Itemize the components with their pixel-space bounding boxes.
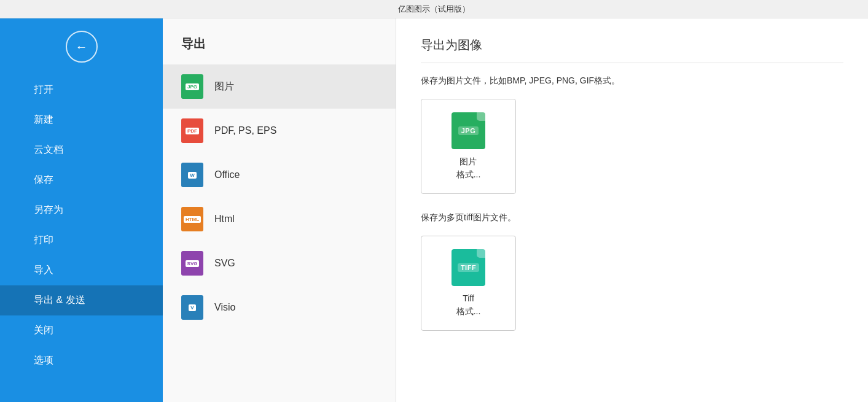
office-badge: W: [188, 172, 197, 179]
svg-badge: SVG: [186, 260, 200, 267]
export-menu-image-label: 图片: [214, 80, 234, 93]
export-menu-pdf[interactable]: PDF PDF, PS, EPS: [163, 109, 396, 153]
export-menu-office-label: Office: [214, 169, 240, 180]
jpg-large-badge: JPG: [458, 126, 479, 135]
visio-badge: V: [189, 304, 195, 311]
export-menu-html-label: Html: [214, 214, 235, 225]
visio-icon: V: [181, 295, 203, 320]
jpg-badge: JPG: [186, 83, 199, 90]
sidebar-item-print[interactable]: 打印: [0, 225, 163, 255]
html-icon: HTML: [181, 207, 203, 231]
export-menu-visio-label: Visio: [214, 302, 235, 313]
sidebar-item-saveas[interactable]: 另存为: [0, 195, 163, 225]
tiff-large-badge: TIFF: [458, 263, 479, 272]
sidebar-item-import[interactable]: 导入: [0, 255, 163, 285]
detail-panel: 导出为图像 保存为图片文件，比如BMP, JPEG, PNG, GIF格式。 J…: [396, 18, 868, 402]
detail-title: 导出为图像: [421, 37, 843, 63]
content-area: 导出 JPG 图片 PDF PDF, PS, EPS W: [163, 18, 868, 402]
sidebar-menu: 打开 新建 云文档 保存 另存为 打印 导入 导出 & 发送 关闭 选项: [0, 75, 163, 376]
sidebar: ← 打开 新建 云文档 保存 另存为 打印 导入 导出 & 发送 关闭 选项: [0, 18, 163, 402]
sidebar-item-cloud[interactable]: 云文档: [0, 135, 163, 165]
export-menu-visio[interactable]: V Visio: [163, 285, 396, 330]
jpg-format-card[interactable]: JPG 图片 格式...: [421, 99, 516, 194]
section2-desc: 保存为多页tiff图片文件。: [421, 212, 843, 223]
format-cards-section1: JPG 图片 格式...: [421, 99, 843, 194]
pdf-badge: PDF: [186, 128, 199, 134]
app-title: 亿图图示（试用版）: [398, 4, 470, 15]
sidebar-item-options[interactable]: 选项: [0, 346, 163, 376]
tiff-format-card[interactable]: TIFF Tiff 格式...: [421, 236, 516, 331]
sidebar-item-save[interactable]: 保存: [0, 165, 163, 195]
sidebar-item-new[interactable]: 新建: [0, 105, 163, 135]
export-menu-svg-label: SVG: [214, 258, 235, 269]
export-menu-html[interactable]: HTML Html: [163, 197, 396, 241]
export-panel-title: 导出: [163, 18, 396, 64]
svg-icon: SVG: [181, 251, 203, 276]
tiff-card-label: Tiff 格式...: [456, 292, 481, 318]
export-menu-image[interactable]: JPG 图片: [163, 64, 396, 109]
jpg-icon: JPG: [181, 74, 203, 99]
export-menu-office[interactable]: W Office: [163, 153, 396, 197]
html-badge: HTML: [184, 216, 201, 223]
export-panel: 导出 JPG 图片 PDF PDF, PS, EPS W: [163, 18, 396, 402]
title-bar: 亿图图示（试用版）: [0, 0, 868, 18]
export-menu-svg[interactable]: SVG SVG: [163, 241, 396, 285]
section1-desc: 保存为图片文件，比如BMP, JPEG, PNG, GIF格式。: [421, 75, 843, 87]
sidebar-item-close[interactable]: 关闭: [0, 315, 163, 346]
pdf-icon: PDF: [181, 118, 203, 143]
export-menu: JPG 图片 PDF PDF, PS, EPS W Office: [163, 64, 396, 330]
format-cards-section2: TIFF Tiff 格式...: [421, 236, 843, 331]
sidebar-item-export[interactable]: 导出 & 发送: [0, 285, 163, 315]
back-button[interactable]: ←: [66, 31, 98, 63]
tiff-large-icon: TIFF: [452, 249, 485, 286]
jpg-card-label: 图片 格式...: [456, 155, 481, 181]
export-menu-pdf-label: PDF, PS, EPS: [214, 125, 276, 136]
sidebar-item-open[interactable]: 打开: [0, 75, 163, 105]
jpg-large-icon: JPG: [452, 112, 485, 149]
main-layout: ← 打开 新建 云文档 保存 另存为 打印 导入 导出 & 发送 关闭 选项 导…: [0, 18, 868, 402]
office-icon: W: [181, 163, 203, 187]
